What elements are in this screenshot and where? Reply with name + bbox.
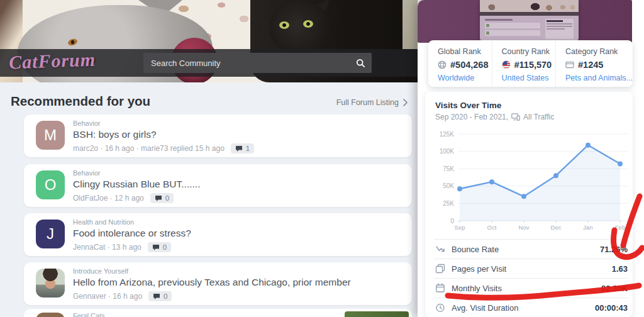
- black-cat-head: [269, 1, 330, 55]
- screenshot-root: CatForum Recommended for you Full Forum …: [0, 0, 644, 317]
- rank-label: Global Rank: [438, 47, 492, 56]
- stat-value: 71.26%: [600, 245, 628, 254]
- post-category[interactable]: Behavior: [73, 120, 403, 127]
- forum-post-card[interactable]: Feral Cats: [24, 309, 412, 317]
- cat-banner-photo: CatForum: [0, 0, 418, 82]
- avg-visit-duration-row[interactable]: Avg. Visit Duration 00:00:43: [434, 298, 628, 317]
- monthly-visits-icon: [435, 283, 445, 293]
- forum-post-card[interactable]: J Health and Nutrition Food intolerance …: [24, 213, 412, 256]
- visits-over-time-card: Visits Over Time Sep 2020 - Feb 2021, Al…: [425, 92, 633, 317]
- post-meta: OldFatJoe · 12 h ago: [73, 194, 144, 203]
- rank-scope-link[interactable]: Pets and Animals...: [565, 74, 633, 82]
- comment-count-badge[interactable]: 1: [231, 143, 254, 153]
- section-title: Recommended for you: [11, 94, 150, 109]
- pages-per-visit-row[interactable]: Pages per Visit 1.63: [434, 259, 628, 278]
- comment-count: 0: [164, 292, 167, 300]
- svg-text:125K: 125K: [440, 131, 455, 138]
- forum-post-card[interactable]: Introduce Yourself Hello from Arizona, p…: [24, 262, 412, 305]
- country-rank-block: Country Rank #115,570 United States: [492, 40, 556, 87]
- banner-background: [402, 0, 418, 49]
- rank-scope-link[interactable]: Worldwide: [438, 74, 492, 82]
- stat-label: Avg. Visit Duration: [452, 303, 595, 313]
- clock-icon: [435, 303, 445, 313]
- comment-icon: [155, 195, 162, 202]
- search-icon[interactable]: [356, 58, 365, 68]
- post-category[interactable]: Introduce Yourself: [73, 267, 403, 275]
- post-thumbnail-image: [345, 311, 409, 317]
- svg-text:0: 0: [450, 218, 454, 225]
- svg-text:100K: 100K: [440, 148, 455, 155]
- svg-text:Jan: Jan: [583, 224, 592, 231]
- avatar-photo: [36, 269, 65, 298]
- search-bar[interactable]: [143, 53, 372, 73]
- analytics-panel: Global Rank #504,268 Worldwide Country R…: [418, 0, 644, 317]
- svg-text:Sep: Sep: [455, 224, 465, 231]
- svg-text:25K: 25K: [443, 200, 454, 207]
- comment-count-badge[interactable]: 0: [148, 242, 171, 252]
- category-icon: [565, 60, 574, 69]
- full-forum-listing-link[interactable]: Full Forum Listing: [336, 98, 408, 107]
- svg-text:75K: 75K: [443, 165, 454, 172]
- stat-value: 82.30K: [601, 284, 628, 293]
- post-meta: Gennaver · 16 h ago: [73, 292, 142, 301]
- full-forum-listing-label: Full Forum Listing: [336, 98, 399, 107]
- post-title[interactable]: Food intolerance or stress?: [73, 228, 403, 239]
- black-cat-eye: [279, 21, 289, 29]
- svg-text:Feb: Feb: [615, 224, 625, 231]
- rank-value: #115,570: [514, 60, 552, 70]
- comment-count-badge[interactable]: 0: [148, 291, 172, 301]
- avatar: O: [36, 170, 65, 199]
- visits-line-chart: 025K50K75K100K125KSepOctNovDecJanFeb: [430, 123, 633, 235]
- svg-text:Nov: Nov: [519, 224, 530, 231]
- forum-post-card[interactable]: O Behavior Clingy Russian Blue BUT......…: [24, 164, 412, 207]
- rank-scope-link[interactable]: United States: [502, 74, 556, 82]
- stat-value: 00:00:43: [595, 303, 628, 313]
- post-title[interactable]: Hello from Arizona, previously Texas and…: [73, 277, 403, 288]
- visits-date-range: Sep 2020 - Feb 2021,: [435, 113, 508, 121]
- avatar-letter: M: [44, 126, 57, 144]
- svg-text:50K: 50K: [443, 182, 454, 189]
- category-rank-block: Category Rank #1245 Pets and Animals...: [555, 40, 633, 87]
- stats-list: Bounce Rate 71.26% Pages per Visit 1.63: [434, 239, 628, 317]
- monthly-visits-row[interactable]: Monthly Visits 82.30K: [434, 278, 628, 298]
- post-title[interactable]: Clingy Russian Blue BUT.......: [73, 179, 403, 190]
- catforum-logo[interactable]: CatForum: [8, 49, 96, 74]
- avatar-letter: J: [47, 225, 54, 243]
- comment-count-badge[interactable]: 0: [150, 193, 174, 203]
- pages-per-visit-icon: [435, 264, 445, 274]
- stat-label: Bounce Rate: [452, 245, 600, 254]
- comment-count: 0: [165, 194, 169, 202]
- rank-summary-card: Global Rank #504,268 Worldwide Country R…: [428, 40, 633, 87]
- forum-post-card[interactable]: M Behavior BSH: boys or girls? marc2o · …: [24, 114, 412, 157]
- rank-value: #504,268: [450, 60, 488, 70]
- post-category[interactable]: Health and Nutrition: [73, 218, 403, 226]
- avatar-letter: O: [45, 176, 57, 194]
- catforum-site: CatForum Recommended for you Full Forum …: [0, 0, 418, 317]
- comment-icon: [153, 293, 160, 300]
- stat-value: 1.63: [612, 264, 628, 274]
- globe-icon: [438, 60, 447, 69]
- svg-text:Oct: Oct: [487, 224, 497, 231]
- rank-value: #1245: [578, 60, 603, 70]
- global-rank-block: Global Rank #504,268 Worldwide: [428, 40, 492, 87]
- rank-label: Category Rank: [565, 47, 633, 56]
- visits-traffic-label[interactable]: All Traffic: [523, 113, 554, 121]
- us-flag-icon: [502, 60, 511, 69]
- bounce-rate-icon: [435, 244, 445, 254]
- post-category[interactable]: Behavior: [73, 169, 403, 177]
- avatar: J: [36, 220, 65, 248]
- bounce-rate-row[interactable]: Bounce Rate 71.26%: [434, 239, 628, 259]
- rank-label: Country Rank: [502, 47, 556, 56]
- stat-label: Pages per Visit: [452, 264, 612, 274]
- avatar: [36, 313, 65, 317]
- comment-icon: [235, 145, 243, 152]
- site-header-bar: CatForum: [0, 49, 418, 77]
- comment-count: 1: [246, 145, 250, 152]
- devices-icon: [511, 113, 520, 121]
- thumbnail-tint: [480, 0, 579, 40]
- avatar: M: [36, 121, 65, 150]
- black-cat-eye: [303, 20, 313, 28]
- stat-label: Monthly Visits: [452, 284, 601, 293]
- post-title[interactable]: BSH: boys or girls?: [73, 129, 403, 140]
- search-input[interactable]: [151, 58, 356, 68]
